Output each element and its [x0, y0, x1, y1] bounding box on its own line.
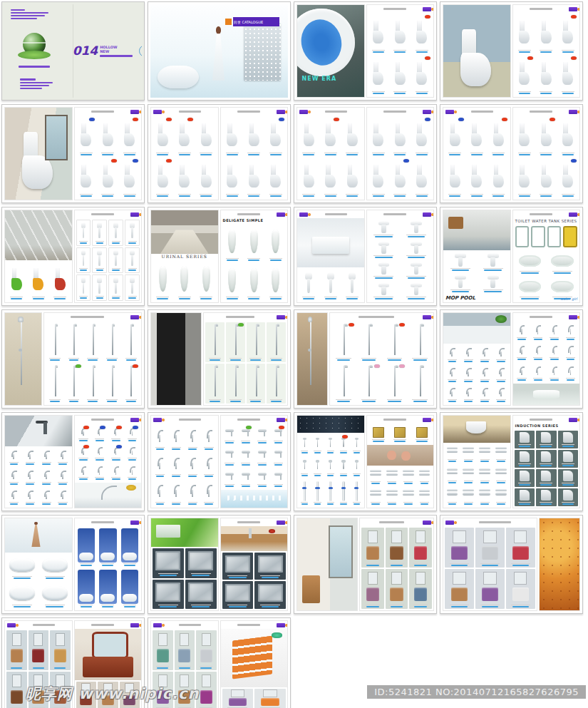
- product-item: [390, 158, 411, 198]
- cabin-silhouette: [121, 528, 139, 562]
- product-item: [558, 56, 579, 96]
- darkbanner-photo: [297, 416, 364, 433]
- toilet-silhouette: [158, 165, 168, 188]
- thumb-shower-dark-spread: [148, 309, 291, 409]
- product-name-line: [406, 276, 426, 277]
- product-code-line: [480, 482, 489, 483]
- product-item: [467, 117, 488, 157]
- product-code-line: [258, 486, 267, 487]
- toilet-silhouette: [541, 123, 552, 146]
- basin-silhouette: [455, 275, 466, 289]
- promo-badge: [89, 118, 95, 121]
- text-line: [20, 78, 36, 81]
- acc-silhouette: [447, 472, 458, 474]
- product-item: [558, 488, 579, 506]
- product-name-line: [480, 459, 490, 460]
- product-code-line: [79, 478, 88, 480]
- product-name-line: [518, 194, 531, 195]
- product-name-line: [78, 438, 88, 439]
- product-name-line: [112, 296, 120, 297]
- faucet-silhouette: [96, 447, 103, 456]
- product-item: [39, 488, 54, 506]
- product-code-line: [188, 503, 197, 505]
- product-code-line: [81, 195, 92, 197]
- cover-address-lines: [20, 78, 58, 89]
- product-code-line: [112, 270, 120, 271]
- promo-badge: [425, 15, 430, 19]
- text-line: [11, 12, 48, 14]
- product-code-line: [262, 577, 279, 578]
- brand-logo-icon: [423, 110, 431, 114]
- toilet-silhouette: [395, 21, 406, 43]
- product-item: [254, 689, 286, 708]
- product-name-line: [448, 379, 457, 380]
- product-code-line: [373, 51, 384, 53]
- acc-silhouette: [463, 451, 474, 453]
- product-code-line: [464, 361, 473, 362]
- basin-silhouette: [113, 277, 118, 294]
- product-name-line: [403, 481, 413, 482]
- product-item: [226, 364, 245, 404]
- faucet-silhouette: [518, 366, 525, 375]
- product-code-line: [554, 272, 572, 274]
- toilet-silhouette: [11, 268, 22, 291]
- product-name-line: [406, 297, 426, 297]
- product-name-line: [241, 441, 250, 441]
- faucet-silhouette: [551, 325, 558, 334]
- brand-logo-icon: [299, 110, 308, 114]
- product-item: [445, 385, 460, 404]
- product-code-line: [225, 486, 234, 487]
- acc-silhouette: [463, 472, 474, 474]
- product-code-line: [562, 93, 574, 94]
- squat-silhouette: [551, 281, 574, 292]
- product-code-line: [388, 503, 396, 505]
- product-item: [254, 425, 269, 445]
- product-name-line: [448, 459, 457, 460]
- product-name-line: [416, 153, 428, 153]
- product-name-line: [269, 297, 282, 297]
- product-item: [478, 444, 492, 464]
- product-code-line: [50, 359, 60, 361]
- product-code-line: [346, 154, 358, 155]
- cab-silhouette: [11, 634, 23, 662]
- product-name-line: [371, 481, 380, 482]
- promo-badge: [458, 118, 464, 121]
- valve-silhouette: [354, 461, 359, 469]
- product-code-line: [314, 452, 321, 453]
- product-item: [222, 468, 237, 488]
- product-item: [488, 158, 509, 198]
- basin-silhouette: [378, 242, 390, 255]
- product-code-line: [188, 476, 197, 477]
- page-header: [221, 416, 288, 424]
- product-grid: [443, 250, 510, 295]
- induction-silhouette: [563, 432, 573, 443]
- product-code-line: [200, 195, 212, 197]
- product-name-line: [324, 194, 337, 195]
- product-item: [267, 364, 286, 404]
- product-item: [254, 553, 286, 580]
- thumb-one-piece-toilet-spread: [440, 1, 583, 101]
- product-code-line: [448, 381, 457, 382]
- product-name-line: [492, 194, 505, 195]
- toilet-silhouette: [493, 123, 504, 146]
- flowers-photo: [540, 518, 579, 610]
- product-item: [536, 431, 557, 448]
- product-code-line: [205, 476, 213, 477]
- product-item: [50, 262, 71, 301]
- thumb-shower-beige-spread: [294, 309, 437, 409]
- catalog-page: URINAL SERIES: [150, 210, 219, 303]
- product-item: [536, 56, 557, 96]
- product-name-line: [518, 153, 531, 153]
- page-title-bar: [471, 111, 494, 113]
- basinphoto-photo: [297, 218, 364, 267]
- product-name-line: [26, 502, 35, 503]
- catalog-page: [296, 312, 328, 406]
- product-item: [299, 481, 310, 506]
- product-item: [390, 56, 411, 96]
- product-item: [299, 117, 319, 157]
- product-name-line: [464, 359, 473, 360]
- induction-silhouette: [541, 432, 551, 443]
- thumb-basin-spread: [294, 207, 437, 306]
- toilet-silhouette: [179, 123, 190, 146]
- product-grid: [151, 260, 218, 302]
